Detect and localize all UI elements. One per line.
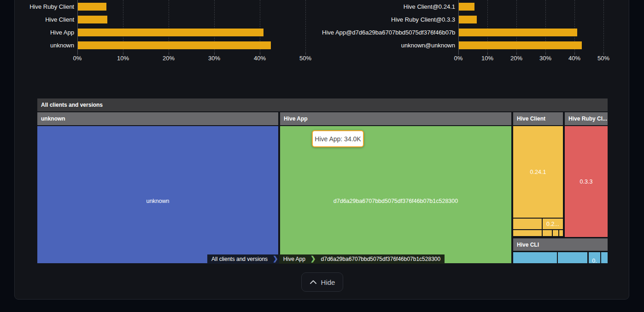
category-label: Hive App xyxy=(0,29,74,36)
treemap-block-0-2-[interactable]: 0.2... xyxy=(543,219,563,229)
gridline xyxy=(305,0,306,53)
treemap-section-hive-ruby-cl-[interactable]: Hive Ruby Cl... xyxy=(565,112,608,125)
category-label: Hive Client xyxy=(0,16,74,23)
category-label: Hive App@d7d6a29ba6707bbd5075df376f46b07… xyxy=(322,29,455,36)
category-label: Hive Ruby Client@0.3.3 xyxy=(322,16,455,23)
x-tick-label: 20% xyxy=(155,55,182,62)
hide-button[interactable]: Hide xyxy=(301,272,343,292)
category-label: Hive Client@0.24.1 xyxy=(322,3,455,11)
treemap-block-label: 0.23.0 xyxy=(565,252,581,263)
treemap-block-label: 0.2... xyxy=(546,221,559,227)
x-tick-label: 0% xyxy=(64,55,91,62)
treemap-block-0-23-0[interactable]: 0.23.0 xyxy=(513,252,557,263)
bar-hive-client-0-24-1[interactable] xyxy=(459,3,474,11)
treemap-section-hive-client[interactable]: Hive Client xyxy=(513,112,563,125)
x-tick-label: 0% xyxy=(445,55,472,62)
clients-versions-treemap: All clients and versionsunknownunknownHi… xyxy=(37,98,608,263)
bar-hive-client[interactable] xyxy=(78,16,107,23)
treemap-block-unlabeled[interactable] xyxy=(601,252,608,263)
treemap-breadcrumb: All clients and versions❯Hive App❯d7d6a2… xyxy=(207,254,445,264)
category-label: unknown@unknown xyxy=(322,41,455,49)
treemap-section-hive-app[interactable]: Hive App xyxy=(280,112,511,125)
client-versions-share-bar-chart: 0%10%20%30%40%50%Hive Client@0.24.1Hive … xyxy=(322,0,644,64)
treemap-title[interactable]: All clients and versions xyxy=(37,98,608,111)
x-tick-label: 50% xyxy=(590,55,617,62)
x-tick-label: 10% xyxy=(109,55,137,62)
treemap-block-label: 0.24.1 xyxy=(530,169,546,175)
treemap-block-unlabeled[interactable] xyxy=(513,230,542,236)
treemap-section-hive-cli[interactable]: Hive CLI xyxy=(513,238,608,251)
x-tick-label: 30% xyxy=(200,55,228,62)
breadcrumb-item-1[interactable]: Hive App xyxy=(279,254,310,264)
treemap-tooltip: Hive App: 34.0K xyxy=(312,130,364,147)
treemap-block-unlabeled[interactable] xyxy=(513,219,542,229)
breadcrumb-chevron-icon: ❯ xyxy=(310,254,317,264)
treemap-block-label: unknown xyxy=(146,198,169,204)
x-tick-label: 50% xyxy=(292,55,319,62)
treemap-block-label: 0.23.0 xyxy=(527,252,543,263)
category-label: Hive Ruby Client xyxy=(0,3,74,11)
treemap-block-label: 0. xyxy=(592,252,597,263)
chevron-up-icon xyxy=(310,280,317,284)
x-tick-label: 30% xyxy=(532,55,559,62)
treemap-block-unknown[interactable]: unknown xyxy=(37,126,278,263)
bar-hive-app-d7d6a29ba6707bbd5075df376f46b07b[interactable] xyxy=(459,29,577,36)
bar-hive-app[interactable] xyxy=(78,29,263,36)
treemap-block-0-24-1[interactable]: 0.24.1 xyxy=(513,126,563,218)
x-tick-label: 40% xyxy=(246,55,274,62)
bar-unknown[interactable] xyxy=(78,41,271,49)
bar-hive-ruby-client-0-3-3[interactable] xyxy=(459,16,477,23)
x-tick-label: 10% xyxy=(474,55,501,62)
x-tick-label: 20% xyxy=(503,55,530,62)
breadcrumb-chevron-icon: ❯ xyxy=(272,254,279,264)
gridline xyxy=(603,0,604,53)
treemap-block-unlabeled[interactable] xyxy=(543,230,552,236)
treemap-block-label: d7d6a29ba6707bbd5075df376f46b07b1c528300 xyxy=(334,198,458,204)
bar-hive-ruby-client[interactable] xyxy=(78,3,106,11)
breadcrumb-item-2[interactable]: d7d6a29ba6707bbd5075df376f46b07b1c528300 xyxy=(317,254,445,264)
breadcrumb-item-0[interactable]: All clients and versions xyxy=(207,254,272,264)
bar-unknown-unknown[interactable] xyxy=(459,41,582,49)
treemap-section-unknown[interactable]: unknown xyxy=(37,112,278,125)
treemap-block-0-3-3[interactable]: 0.3.3 xyxy=(565,126,608,237)
treemap-block-0-23-0[interactable]: 0.23.0 xyxy=(558,252,587,263)
x-tick-label: 40% xyxy=(561,55,588,62)
treemap-block-0-[interactable]: 0. xyxy=(589,252,600,263)
clients-share-bar-chart: 0%10%20%30%40%50%Hive Ruby ClientHive Cl… xyxy=(0,0,322,64)
category-label: unknown xyxy=(0,41,74,49)
treemap-block-unlabeled[interactable] xyxy=(559,230,563,236)
treemap-block-label: 0.3.3 xyxy=(580,179,593,185)
treemap-block-unlabeled[interactable] xyxy=(553,230,558,236)
hide-button-label: Hide xyxy=(321,278,335,286)
